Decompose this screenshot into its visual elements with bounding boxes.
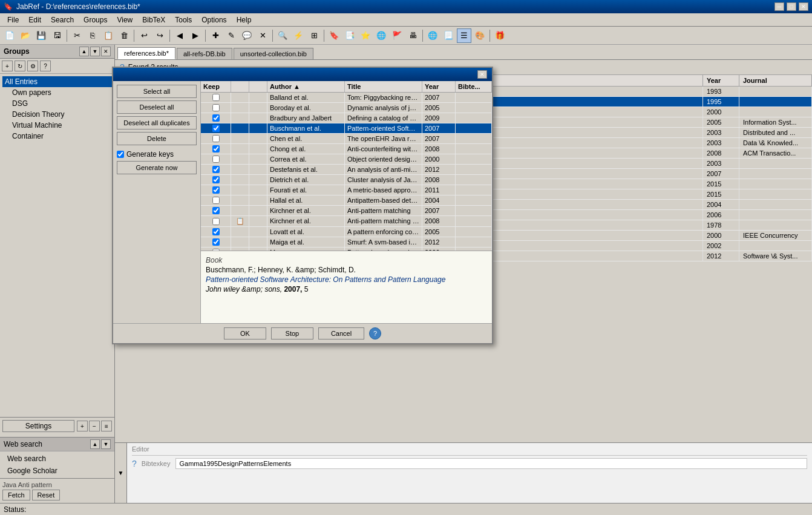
tree-item-decision-theory[interactable]: Decision Theory	[2, 109, 112, 120]
toolbar-color[interactable]: 🎨	[473, 28, 487, 43]
keep-cb-11[interactable]	[212, 197, 220, 204]
keep-cb-7[interactable]	[212, 156, 220, 163]
toolbar-back[interactable]: ◀	[172, 28, 187, 43]
menu-edit[interactable]: Edit	[24, 15, 46, 25]
web-search-item-googlescholar[interactable]: Google Scholar	[0, 465, 114, 477]
toolbar-redo[interactable]: ↪	[152, 28, 167, 43]
tab-all-refs-db[interactable]: all-refs-DB.bib	[177, 48, 232, 59]
toolbar-search[interactable]: 🔍	[275, 28, 290, 43]
toolbar-entry2[interactable]: 📃	[441, 28, 456, 43]
keep-cb-1[interactable]	[212, 94, 220, 101]
menu-help[interactable]: Help	[232, 15, 257, 25]
detail-expand-btn[interactable]: ▼	[115, 443, 127, 503]
dialog-row-9[interactable]: Dietrich et al. Cluster analysis of Java…	[201, 175, 492, 185]
tree-item-container[interactable]: Container	[2, 131, 112, 142]
bibtex-value[interactable]: Gamma1995DesignPatternsElements	[175, 458, 808, 469]
web-search-item-websearch[interactable]: Web search	[0, 453, 114, 465]
toolbar-edit-entry[interactable]: ✎	[224, 28, 238, 43]
keep-cb-4[interactable]	[212, 125, 220, 132]
keep-cb-14[interactable]	[212, 228, 220, 235]
toolbar-web[interactable]: 🌐	[374, 28, 388, 43]
generate-keys-checkbox[interactable]	[117, 151, 124, 158]
keep-cb-5[interactable]	[212, 135, 220, 142]
toolbar-save[interactable]: 💾	[34, 28, 48, 43]
maximize-button[interactable]: □	[787, 2, 796, 11]
dialog-close-button[interactable]: ✕	[477, 70, 487, 79]
ok-button[interactable]: OK	[224, 327, 266, 340]
col-title-d[interactable]: Title	[345, 81, 422, 92]
tree-item-all-entries[interactable]: All Entries	[2, 76, 112, 87]
settings-more-btn[interactable]: ≡	[101, 421, 112, 431]
groups-collapse-btn[interactable]: ▲	[79, 47, 89, 56]
dialog-row-8[interactable]: Destefanis et al. An analysis of anti-mi…	[201, 165, 492, 175]
toolbar-delete2[interactable]: ✕	[255, 28, 270, 43]
toolbar-copy[interactable]: ⎘	[85, 28, 100, 43]
keep-cb-3[interactable]	[212, 114, 220, 122]
toolbar-save-as[interactable]: 🖫	[50, 28, 64, 43]
menu-search[interactable]: Search	[46, 15, 79, 25]
toolbar-cleanup[interactable]: ⚡	[291, 28, 306, 43]
groups-settings-btn[interactable]: ⚙	[27, 61, 38, 71]
tab-references-bib[interactable]: references.bib*	[117, 47, 175, 59]
col-year[interactable]: Year	[703, 75, 739, 86]
toolbar-gift[interactable]: 🎁	[493, 28, 507, 43]
dialog-row-11[interactable]: Hallal et al. Antipattern-based detectio…	[201, 195, 492, 206]
close-button[interactable]: ✕	[799, 2, 808, 11]
dialog-row-5[interactable]: Chen et al. The openEHR Java reference i…	[201, 134, 492, 144]
keep-cb-9[interactable]	[212, 176, 220, 183]
dialog-row-7[interactable]: Correa et al. Object oriented design exp…	[201, 154, 492, 165]
groups-help-btn[interactable]: ?	[40, 61, 51, 71]
deselect-all-button[interactable]: Deselect all	[117, 100, 197, 114]
toolbar-flag[interactable]: 🚩	[390, 28, 404, 43]
toolbar-comment[interactable]: 💬	[240, 28, 254, 43]
toolbar-new-entry[interactable]: ✚	[208, 28, 223, 43]
tree-item-own-papers[interactable]: Own papers	[2, 87, 112, 98]
toolbar-print[interactable]: 🖶	[405, 28, 420, 43]
menu-options[interactable]: Options	[197, 15, 231, 25]
groups-collapse2-btn[interactable]: ▼	[90, 47, 100, 56]
toolbar-bookmark[interactable]: 🔖	[327, 28, 341, 43]
settings-plus-btn[interactable]: +	[77, 421, 88, 431]
menu-bibtex[interactable]: BibTeX	[137, 15, 170, 25]
delete-button[interactable]: Delete	[117, 132, 197, 145]
toolbar-cut[interactable]: ✂	[70, 28, 84, 43]
toolbar-table[interactable]: ☰	[457, 28, 471, 43]
dialog-row-3[interactable]: Bradbury and Jalbert Defining a catalog …	[201, 113, 492, 123]
dialog-row-2[interactable]: Boroday et al. Dynamic analysis of java …	[201, 103, 492, 113]
dialog-row-6[interactable]: Chong et al. Anti-counterfeiting with a …	[201, 144, 492, 154]
dialog-row-1[interactable]: Balland et al. Tom: Piggybacking rewriti…	[201, 93, 492, 103]
tree-item-virtual-machine[interactable]: Virtual Machine	[2, 120, 112, 131]
toolbar-new-db[interactable]: 📄	[2, 28, 17, 43]
dialog-row-10[interactable]: Fourati et al. A metric-based approach f…	[201, 185, 492, 195]
stop-button[interactable]: Stop	[271, 327, 313, 340]
col-bibte[interactable]: Bibte...	[456, 81, 492, 92]
minimize-button[interactable]: ─	[774, 2, 784, 11]
tree-item-dsg[interactable]: DSG	[2, 98, 112, 109]
toolbar-open[interactable]: 📂	[18, 28, 33, 43]
select-all-button[interactable]: Select all	[117, 85, 197, 98]
cancel-button[interactable]: Cancel	[318, 327, 364, 340]
toolbar-delete[interactable]: 🗑	[117, 28, 131, 43]
toolbar-globe[interactable]: 🌐	[425, 28, 440, 43]
keep-cb-2[interactable]	[212, 104, 220, 111]
web-search-collapse2-btn[interactable]: ▼	[101, 439, 111, 449]
dialog-row-14[interactable]: Lovatt et al. A pattern enforcing compil…	[201, 227, 492, 237]
toolbar-pdf[interactable]: 📑	[342, 28, 357, 43]
reset-button[interactable]: Reset	[32, 490, 61, 500]
tab-unsorted-collection[interactable]: unsorted-collection.bib	[234, 48, 313, 59]
col-year-d[interactable]: Year	[422, 81, 456, 92]
menu-file[interactable]: File	[2, 15, 24, 25]
toolbar-paste[interactable]: 📋	[101, 28, 116, 43]
dialog-row-12[interactable]: Kirchner et al. Anti-pattern matching 20…	[201, 206, 492, 216]
fetch-button[interactable]: Fetch	[2, 490, 30, 500]
groups-refresh-btn[interactable]: ↻	[15, 61, 25, 71]
toolbar-undo[interactable]: ↩	[137, 28, 151, 43]
web-search-collapse-btn[interactable]: ▲	[90, 439, 100, 449]
col-author[interactable]: Author ▲	[267, 81, 345, 92]
keep-cb-15[interactable]	[212, 238, 220, 246]
menu-view[interactable]: View	[112, 15, 137, 25]
keep-cb-10[interactable]	[212, 186, 220, 194]
keep-cb-6[interactable]	[212, 145, 220, 153]
dialog-help-button[interactable]: ?	[369, 327, 381, 340]
dialog-row-4[interactable]: Buschmann et al. Pattern-oriented Softwa…	[201, 123, 492, 134]
